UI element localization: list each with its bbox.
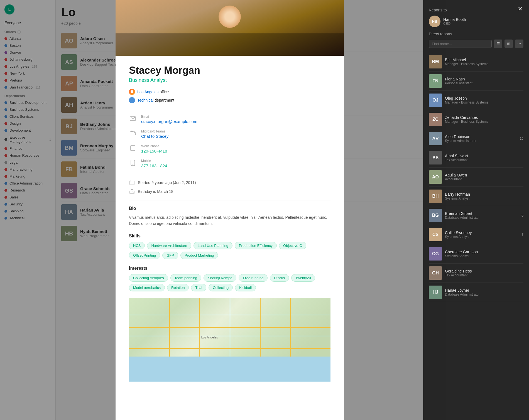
avatar: HB (429, 16, 440, 27)
divider-1 (129, 109, 330, 109)
direct-report-item[interactable]: HJ Hanae Joyner Database Administrator (429, 283, 523, 302)
svg-rect-8 (130, 181, 134, 185)
bio-title: Bio (129, 206, 330, 211)
profile-location: Los Angeles office (129, 89, 330, 95)
person-name: Aquila Owen (445, 173, 467, 177)
direct-report-item[interactable]: AO Aquila Owen Accountant (429, 168, 523, 187)
person-role: Systems Analyst (445, 235, 472, 239)
close-button[interactable]: ✕ (516, 4, 525, 13)
direct-report-item[interactable]: BH Barry Hoffman Systems Analyst (429, 187, 523, 206)
email-row: Email stacey.morgan@example.com (129, 115, 330, 124)
direct-report-item[interactable]: FN Fiona Nash Personal Assistant (429, 72, 523, 91)
person-info: Alea Robinson System Administrator (445, 134, 476, 143)
phone-value[interactable]: 129-158-4418 (141, 149, 167, 153)
avatar: CG (429, 247, 442, 261)
direct-report-item[interactable]: BM Bell Michael Manager - Business Syste… (429, 52, 523, 72)
interest-tag[interactable]: Trial (191, 284, 206, 291)
interest-tag[interactable]: Team penning (170, 274, 202, 282)
person-role: Manager - Business Systems (445, 62, 488, 66)
interest-tag[interactable]: Rotation (167, 284, 189, 291)
mobile-label: Mobile (141, 159, 167, 163)
person-name: Hanna Booth (443, 17, 466, 22)
person-name: Bell Michael (445, 58, 488, 62)
person-name: Amal Stewart (445, 154, 468, 158)
direct-report-item[interactable]: BG Brennan Gilbert Database Administrato… (429, 206, 523, 225)
interest-tag[interactable]: Model aerobatics (129, 284, 165, 291)
birthday-row: Birthday is March 18 (129, 188, 330, 195)
teams-icon (129, 129, 137, 137)
avatar: AS (429, 151, 442, 164)
person-info: Brennan Gilbert Database Administrator (445, 211, 480, 220)
skill-tag[interactable]: Land Use Planning (194, 242, 232, 249)
interest-tag[interactable]: Kickball (235, 284, 256, 291)
person-info: Fiona Nash Personal Assistant (445, 77, 472, 85)
skill-tag[interactable]: GFP (162, 252, 178, 259)
map-ocean (129, 357, 330, 382)
mobile-info: Mobile 377-163-1824 (141, 159, 167, 168)
started-text: Started 9 years ago (Jun 2, 2011) (138, 180, 196, 185)
skill-tag[interactable]: Hardware Architecture (147, 242, 191, 249)
direct-report-item[interactable]: CS Callie Sweeney Systems Analyst 7 (429, 225, 523, 244)
person-name: Oleg Joseph (445, 96, 488, 100)
map-road (129, 348, 330, 349)
person-role: Manager - Business Systems (445, 120, 488, 124)
list-view-button[interactable]: ☰ (494, 40, 502, 48)
svg-rect-2 (130, 132, 134, 135)
profile-department: Technical department (129, 97, 330, 103)
skill-tag[interactable]: Offset Printing (129, 252, 160, 259)
avatar: BH (429, 190, 442, 203)
count-badge: 0 (521, 213, 523, 217)
interest-tag[interactable]: Discus (270, 274, 289, 282)
direct-report-item[interactable]: CG Cherokee Garrison Systems Analyst (429, 244, 523, 264)
interest-tag[interactable]: Twenty20 (291, 274, 315, 282)
more-options-button[interactable]: ⋯ (515, 40, 523, 48)
location-link[interactable]: Los Angeles (137, 90, 158, 94)
avatar: GH (429, 266, 442, 280)
interest-tag[interactable]: Shorinji Kempo (204, 274, 236, 282)
interest-tag[interactable]: Free running (239, 274, 268, 282)
teams-chat-link[interactable]: Chat to Stacey (141, 134, 168, 139)
person-name: Fiona Nash (445, 77, 472, 81)
skill-tag[interactable]: Production Efficiency (235, 242, 277, 249)
skill-tag[interactable]: Product Marketing (180, 252, 218, 259)
birthday-icon (129, 188, 135, 195)
direct-report-item[interactable]: OJ Oleg Joseph Manager - Business System… (429, 91, 523, 110)
direct-report-item[interactable]: AR Alea Robinson System Administrator 16 (429, 129, 523, 148)
interests-title: Interests (129, 266, 330, 271)
count-badge: 16 (520, 137, 523, 141)
mobile-value[interactable]: 377-163-1824 (141, 163, 167, 168)
person-role: Database Administrator (445, 216, 480, 220)
profile-header-image (116, 0, 344, 56)
person-info: Barry Hoffman Systems Analyst (445, 192, 470, 200)
person-role: Manager - Business Systems (445, 100, 488, 104)
direct-report-item[interactable]: AS Amal Stewart Tax Accountant (429, 148, 523, 168)
workphone-row: Work Phone 129-158-4418 (129, 144, 330, 153)
teams-row: Microsoft Teams Chat to Stacey (129, 129, 330, 139)
grid-view-button[interactable]: ⊞ (504, 40, 513, 48)
profile-modal: Stacey Morgan Business Analyst Los Angel… (116, 0, 344, 420)
search-input[interactable] (429, 40, 492, 48)
avatar: AR (429, 132, 442, 145)
interests-section: Interests Collecting AntiquesTeam pennin… (129, 266, 330, 291)
location-text: Los Angeles office (137, 90, 169, 94)
person-name: Callie Sweeney (445, 230, 472, 235)
person-role: CEO (443, 22, 466, 26)
profile-body: Stacey Morgan Business Analyst Los Angel… (116, 56, 344, 420)
search-row: ☰ ⊞ ⋯ (429, 40, 523, 48)
avatar: OJ (429, 94, 442, 107)
svg-point-5 (133, 150, 133, 150)
direct-report-item[interactable]: GH Geraldine Hess Tax Accountant (429, 264, 523, 283)
calendar-icon (129, 180, 135, 186)
person-info: Hanna Booth CEO (443, 17, 466, 26)
email-value[interactable]: stacey.morgan@example.com (141, 119, 197, 124)
interest-tag[interactable]: Collecting Antiques (129, 274, 168, 282)
reports-to-person[interactable]: HB Hanna Booth CEO (429, 16, 523, 27)
dept-link[interactable]: Technical (137, 98, 153, 102)
skill-tag[interactable]: NCS (129, 242, 145, 249)
person-role: Tax Accountant (445, 158, 468, 162)
map-road (129, 336, 330, 336)
divider-2 (129, 174, 330, 174)
skill-tag[interactable]: Objective-C (279, 242, 306, 249)
interest-tag[interactable]: Collecting (209, 284, 233, 291)
direct-report-item[interactable]: ZC Zenaida Cervantes Manager - Business … (429, 110, 523, 129)
